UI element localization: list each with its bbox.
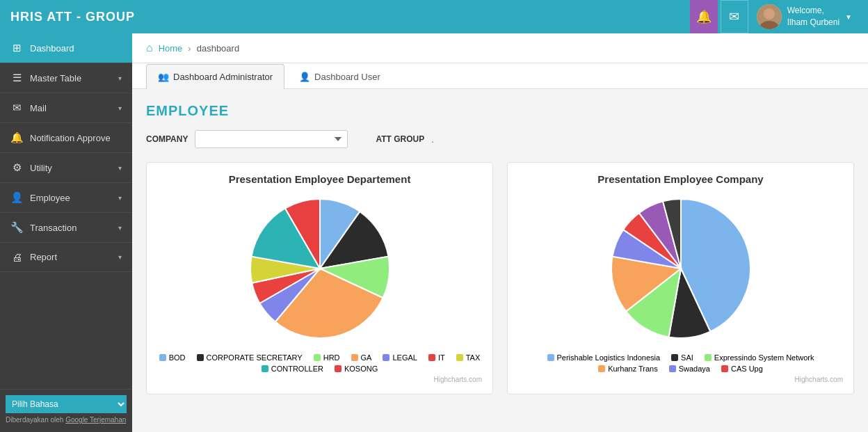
dept-chart-title: Presentation Employee Departement xyxy=(229,173,411,185)
sidebar-item-master-table[interactable]: ☰ Master Table ▾ xyxy=(0,63,132,93)
tab-label: Dashboard Administrator xyxy=(173,72,273,82)
chevron-down-icon: ▾ xyxy=(118,224,122,232)
user-tab-icon: 👤 xyxy=(299,72,310,82)
avatar xyxy=(757,4,782,29)
tab-dashboard-administrator[interactable]: 👥 Dashboard Administrator xyxy=(146,64,284,89)
master-table-icon: ☰ xyxy=(10,72,23,84)
chevron-down-icon: ▾ xyxy=(118,104,122,112)
charts-row: Presentation Employee Departement BOD CO… xyxy=(146,162,854,394)
sidebar-item-label: Dashboard xyxy=(30,43,122,54)
company-chart-legend: Perishable Logistics Indonesia SAI Expre… xyxy=(518,353,843,373)
sidebar-item-utility[interactable]: ⚙ Utility ▾ xyxy=(0,153,132,183)
highcharts-credit: Highcharts.com xyxy=(518,376,843,383)
mail-button[interactable]: ✉ xyxy=(721,0,748,33)
legend-item: LEGAL xyxy=(383,353,417,362)
breadcrumb-current: dashboard xyxy=(197,43,239,54)
company-filter-group: COMPANY xyxy=(146,130,348,148)
dept-chart-legend: BOD CORPORATE SECRETARY HRD GA LEGAL IT … xyxy=(157,353,482,373)
language-select[interactable]: Pilih Bahasa xyxy=(6,395,127,413)
legend-item: Perishable Logistics Indonesia xyxy=(547,353,661,362)
company-filter-label: COMPANY xyxy=(146,134,188,144)
chevron-down-icon: ▾ xyxy=(118,194,122,202)
mail-icon: ✉ xyxy=(10,102,23,114)
company-chart-area xyxy=(604,192,757,345)
sidebar-item-employee[interactable]: 👤 Employee ▾ xyxy=(0,183,132,213)
dept-pie-chart xyxy=(243,192,396,345)
breadcrumb: ⌂ Home › dashboard xyxy=(132,33,868,63)
sidebar-item-dashboard[interactable]: ⊞ Dashboard xyxy=(0,33,132,63)
sidebar-item-report[interactable]: 🖨 Report ▾ xyxy=(0,243,132,272)
app-brand: HRIS ATT - GROUP xyxy=(10,10,135,24)
employee-icon: 👤 xyxy=(10,191,23,204)
legend-item: CORPORATE SECRETARY xyxy=(197,353,303,362)
legend-item: CAS Upg xyxy=(721,365,763,373)
att-filter-label: ATT GROUP xyxy=(376,134,424,144)
legend-item: Expressindo System Network xyxy=(705,353,814,362)
navbar: HRIS ATT - GROUP 🔔 ✉ Welcome, Ilham Qurb… xyxy=(0,0,868,33)
user-menu[interactable]: Welcome, Ilham Qurbeni ▼ xyxy=(751,4,858,29)
tabs-bar: 👥 Dashboard Administrator 👤 Dashboard Us… xyxy=(132,63,868,89)
chevron-down-icon: ▾ xyxy=(118,74,122,82)
sidebar-item-label: Utility xyxy=(30,163,111,173)
legend-item: IT xyxy=(428,353,445,362)
breadcrumb-separator: › xyxy=(188,43,191,54)
company-chart-container: Presentation Employee Company Perishable… xyxy=(507,162,854,394)
layout: ⊞ Dashboard ☰ Master Table ▾ ✉ Mail ▾ 🔔 … xyxy=(0,33,868,432)
report-icon: 🖨 xyxy=(10,251,23,263)
sidebar-item-transaction[interactable]: 🔧 Transaction ▾ xyxy=(0,213,132,243)
company-pie-chart xyxy=(604,192,757,345)
sidebar-item-label: Mail xyxy=(30,103,111,113)
att-filter-value: . xyxy=(431,134,434,145)
legend-item: CONTROLLER xyxy=(262,365,323,373)
welcome-label: Welcome, xyxy=(787,5,839,17)
highcharts-credit: Highcharts.com xyxy=(157,376,482,383)
legend-item: Swadaya xyxy=(669,365,710,373)
sidebar-item-label: Master Table xyxy=(30,73,111,83)
att-filter-group: ATT GROUP . xyxy=(376,134,433,145)
tab-dashboard-user[interactable]: 👤 Dashboard User xyxy=(287,64,392,89)
sidebar-item-label: Report xyxy=(30,252,111,262)
legend-item: HRD xyxy=(314,353,340,362)
navbar-right: 🔔 ✉ Welcome, Ilham Qurbeni ▼ xyxy=(690,0,858,33)
dept-chart-area xyxy=(243,192,396,345)
dashboard-content: EMPLOYEE COMPANY ATT GROUP . Pres xyxy=(132,89,868,408)
legend-item: KOSONG xyxy=(335,365,378,373)
company-chart-title: Presentation Employee Company xyxy=(597,173,763,185)
chevron-down-icon: ▾ xyxy=(118,253,122,261)
legend-item: GA xyxy=(351,353,372,362)
main-content: ⌂ Home › dashboard 👥 Dashboard Administr… xyxy=(132,33,868,432)
legend-item: TAX xyxy=(456,353,481,362)
sidebar-item-mail[interactable]: ✉ Mail ▾ xyxy=(0,93,132,123)
tab-label: Dashboard User xyxy=(314,72,380,82)
legend-item: SAI xyxy=(671,353,693,362)
legend-item: BOD xyxy=(159,353,186,362)
google-translate-link[interactable]: Google Terjemahan xyxy=(65,416,126,424)
user-name: Ilham Qurbeni xyxy=(787,17,839,29)
admin-tab-icon: 👥 xyxy=(158,72,169,82)
bell-button[interactable]: 🔔 xyxy=(690,0,718,33)
sidebar-item-notification-approve[interactable]: 🔔 Notification Approve xyxy=(0,123,132,153)
filter-row: COMPANY ATT GROUP . xyxy=(146,130,854,148)
svg-point-1 xyxy=(764,8,775,19)
sidebar-item-label: Employee xyxy=(30,193,111,203)
user-dropdown-icon: ▼ xyxy=(845,13,852,21)
sidebar-footer: Pilih Bahasa Diberdayakan oleh Google Te… xyxy=(0,389,132,432)
notification-icon: 🔔 xyxy=(10,131,23,144)
sidebar-item-label: Transaction xyxy=(30,223,111,233)
utility-icon: ⚙ xyxy=(10,161,23,174)
sidebar-item-label: Notification Approve xyxy=(30,133,122,143)
chevron-down-icon: ▾ xyxy=(118,164,122,172)
dept-chart-container: Presentation Employee Departement BOD CO… xyxy=(146,162,493,394)
user-info: Welcome, Ilham Qurbeni xyxy=(787,5,839,29)
dashboard-icon: ⊞ xyxy=(10,42,23,54)
home-icon: ⌂ xyxy=(146,42,153,54)
section-title: EMPLOYEE xyxy=(146,103,854,119)
powered-by: Diberdayakan oleh Google Terjemahan xyxy=(6,413,127,426)
sidebar: ⊞ Dashboard ☰ Master Table ▾ ✉ Mail ▾ 🔔 … xyxy=(0,33,132,432)
transaction-icon: 🔧 xyxy=(10,221,23,234)
company-select[interactable] xyxy=(195,130,348,148)
breadcrumb-home-link[interactable]: Home xyxy=(159,43,183,54)
legend-item: Kurhanz Trans xyxy=(598,365,658,373)
